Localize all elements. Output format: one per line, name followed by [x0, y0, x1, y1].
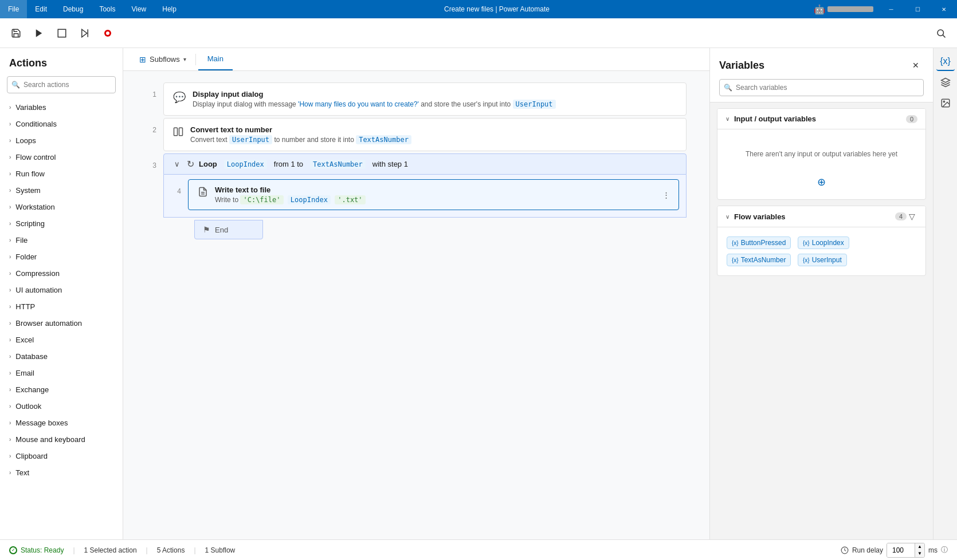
- close-button[interactable]: ✕: [931, 0, 957, 18]
- category-compression[interactable]: › Compression: [0, 265, 123, 282]
- category-workstation[interactable]: › Workstation: [0, 199, 123, 215]
- status-dot: [9, 546, 17, 554]
- category-http[interactable]: › HTTP: [0, 298, 123, 315]
- flow-variables-filter-button[interactable]: ▽: [907, 212, 917, 221]
- next-step-button[interactable]: [76, 24, 94, 42]
- variables-close-button[interactable]: ✕: [908, 57, 924, 73]
- loop-icon: ↻: [187, 159, 194, 169]
- run-delay-input[interactable]: [887, 543, 915, 557]
- run-delay-label: Run delay: [852, 546, 883, 554]
- info-icon[interactable]: ⓘ: [941, 545, 948, 555]
- menu-edit[interactable]: Edit: [27, 0, 55, 18]
- category-outlook[interactable]: › Outlook: [0, 398, 123, 415]
- step-number-3: 3: [146, 153, 163, 169]
- menu-file[interactable]: File: [0, 0, 27, 18]
- side-layers-button[interactable]: [936, 73, 955, 92]
- side-variables-button[interactable]: {x}: [936, 53, 955, 71]
- chevron-icon: ›: [9, 154, 11, 160]
- add-variable-button[interactable]: ⊕: [814, 174, 830, 190]
- chevron-icon: ›: [9, 337, 11, 343]
- run-delay-spinners: ▲ ▼: [915, 543, 924, 557]
- var-icon: {x}: [732, 257, 739, 263]
- loop-step-number-4: 4: [171, 179, 188, 195]
- var-icon: {x}: [732, 240, 739, 246]
- category-scripting[interactable]: › Scripting: [0, 215, 123, 232]
- run-delay-group: Run delay ▲ ▼ ms ⓘ: [841, 543, 948, 558]
- step-card-2[interactable]: Convert text to number Convert text User…: [163, 118, 687, 151]
- category-database[interactable]: › Database: [0, 348, 123, 365]
- input-output-title: Input / output variables: [734, 115, 906, 123]
- end-row: ⚑ End: [170, 220, 687, 239]
- app-body: Actions 🔍 › Variables › Conditionals › L…: [0, 18, 957, 560]
- subflows-icon: ⊞: [139, 55, 146, 64]
- end-label: End: [215, 226, 228, 234]
- category-excel[interactable]: › Excel: [0, 332, 123, 348]
- chevron-icon: ›: [9, 121, 11, 127]
- chevron-icon: ›: [9, 303, 11, 310]
- flow-var-UserInput[interactable]: {x} UserInput: [798, 254, 847, 266]
- step-title-1: Display input dialog: [193, 90, 677, 98]
- chevron-icon: ›: [9, 171, 11, 177]
- category-mouse-keyboard[interactable]: › Mouse and keyboard: [0, 431, 123, 448]
- category-file[interactable]: › File: [0, 232, 123, 249]
- window-controls: 🤖 ─ ☐ ✕: [809, 0, 957, 18]
- flow-variables-header[interactable]: ∨ Flow variables 4 ▽: [717, 206, 925, 227]
- svg-point-6: [938, 30, 944, 36]
- category-conditionals[interactable]: › Conditionals: [0, 116, 123, 132]
- flow-tabs: ⊞ Subflows ▾ Main: [123, 48, 709, 71]
- save-button[interactable]: [7, 24, 25, 42]
- step-card-1[interactable]: 💬 Display input dialog Display input dia…: [163, 82, 687, 116]
- title-bar-menu: File Edit Debug Tools View Help: [0, 0, 185, 18]
- flow-var-TextAsNumber[interactable]: {x} TextAsNumber: [727, 254, 791, 266]
- chevron-icon: ›: [9, 403, 11, 409]
- category-browser-automation[interactable]: › Browser automation: [0, 315, 123, 332]
- side-images-button[interactable]: [936, 94, 955, 112]
- category-ui-automation[interactable]: › UI automation: [0, 282, 123, 298]
- actions-search-input[interactable]: [7, 76, 116, 93]
- menu-debug[interactable]: Debug: [55, 0, 91, 18]
- category-flow-control[interactable]: › Flow control: [0, 149, 123, 165]
- minimize-button[interactable]: ─: [878, 0, 904, 18]
- category-email[interactable]: › Email: [0, 365, 123, 381]
- record-button[interactable]: [99, 24, 117, 42]
- step-content-1: Display input dialog Display input dialo…: [193, 90, 677, 108]
- maximize-button[interactable]: ☐: [904, 0, 931, 18]
- category-variables[interactable]: › Variables: [0, 99, 123, 116]
- flow-var-ButtonPressed[interactable]: {x} ButtonPressed: [727, 236, 791, 249]
- run-delay-down-button[interactable]: ▼: [915, 550, 924, 557]
- category-text[interactable]: › Text: [0, 464, 123, 481]
- category-message-boxes[interactable]: › Message boxes: [0, 415, 123, 431]
- variables-search-input[interactable]: [719, 79, 924, 96]
- svg-marker-12: [941, 78, 950, 83]
- flow-area: ⊞ Subflows ▾ Main 1 💬 Display input dial…: [123, 48, 709, 539]
- run-button[interactable]: [30, 24, 48, 42]
- toolbar-search-button[interactable]: [932, 24, 950, 42]
- total-actions-count: 5 Actions: [157, 546, 185, 554]
- category-exchange[interactable]: › Exchange: [0, 381, 123, 398]
- loop-step-card-4[interactable]: Write text to file Write to 'C:\file' Lo…: [188, 179, 679, 210]
- menu-view[interactable]: View: [123, 0, 154, 18]
- subflows-dropdown-icon: ▾: [183, 56, 186, 62]
- stop-button[interactable]: [53, 24, 71, 42]
- chevron-icon: ›: [9, 270, 11, 277]
- category-clipboard[interactable]: › Clipboard: [0, 448, 123, 464]
- category-system[interactable]: › System: [0, 182, 123, 199]
- loop-expand-button[interactable]: ∨: [172, 160, 182, 168]
- flow-var-LoopIndex[interactable]: {x} LoopIndex: [798, 236, 849, 249]
- var-label: LoopIndex: [812, 239, 844, 247]
- run-delay-up-button[interactable]: ▲: [915, 543, 924, 550]
- category-folder[interactable]: › Folder: [0, 249, 123, 265]
- subflows-label: Subflows: [150, 55, 180, 64]
- step-more-button-4[interactable]: ⋮: [659, 188, 673, 202]
- title-bar: File Edit Debug Tools View Help Create n…: [0, 0, 957, 18]
- input-output-empty: There aren't any input or output variabl…: [727, 139, 916, 169]
- chevron-icon: ›: [9, 237, 11, 243]
- category-loops[interactable]: › Loops: [0, 132, 123, 149]
- menu-tools[interactable]: Tools: [91, 0, 123, 18]
- input-output-section-header[interactable]: ∨ Input / output variables 0: [717, 109, 925, 129]
- var-label: TextAsNumber: [741, 256, 786, 264]
- menu-help[interactable]: Help: [154, 0, 185, 18]
- tab-main[interactable]: Main: [198, 48, 233, 70]
- subflows-button[interactable]: ⊞ Subflows ▾: [132, 48, 193, 70]
- category-run-flow[interactable]: › Run flow: [0, 165, 123, 182]
